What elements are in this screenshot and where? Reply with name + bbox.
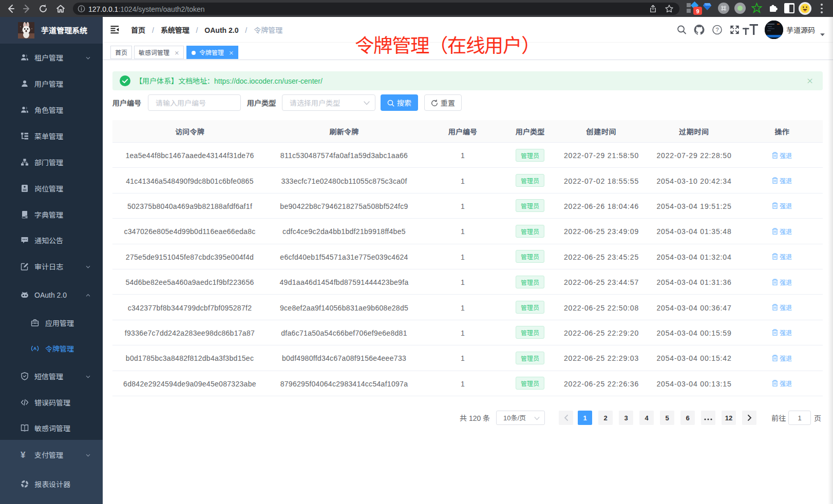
- svg-text:A: A: [33, 346, 36, 351]
- svg-text:?: ?: [715, 27, 718, 33]
